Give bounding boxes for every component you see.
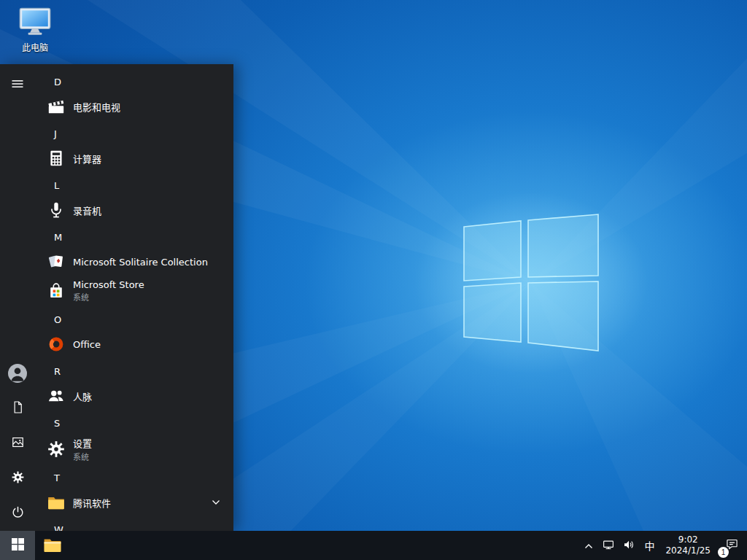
section-letter-w[interactable]: W: [35, 518, 233, 531]
start-menu: D 电影和电视 J: [0, 64, 233, 531]
start-app-people[interactable]: 人脉: [35, 382, 233, 410]
pictures-button[interactable]: [0, 426, 35, 461]
section-letter-label: T: [54, 472, 60, 483]
office-icon: [45, 335, 67, 354]
chevron-up-icon: [584, 540, 593, 551]
account-button[interactable]: [0, 356, 35, 391]
network-button[interactable]: [598, 531, 619, 560]
section-letter-r[interactable]: R: [35, 360, 233, 382]
settings-gear-icon: [45, 440, 67, 459]
file-explorer-folder-icon: [43, 536, 62, 556]
app-label: 腾讯软件: [73, 496, 111, 510]
rail-spacer: [0, 102, 35, 356]
speaker-icon: [622, 538, 635, 553]
section-letter-label: J: [54, 128, 57, 139]
solitaire-icon: [45, 252, 67, 271]
section-letter-l[interactable]: L: [35, 174, 233, 196]
ime-label: 中: [644, 538, 654, 553]
app-label: 设置: [73, 436, 92, 450]
network-ethernet-icon: [602, 538, 615, 553]
app-label: 电影和电视: [73, 100, 120, 114]
gear-icon: [11, 470, 25, 486]
section-letter-label: D: [54, 77, 61, 88]
this-pc-icon: [18, 6, 52, 39]
user-avatar-icon: [8, 364, 27, 383]
app-sublabel: 系统: [73, 451, 92, 462]
taskbar-clock[interactable]: 9:02 2024/1/25: [659, 531, 716, 560]
app-label: Microsoft Store: [73, 279, 144, 290]
notification-badge: 1: [718, 547, 729, 558]
start-menu-rail: [0, 64, 35, 531]
documents-button[interactable]: [0, 391, 35, 426]
desktop-icon-label: 此电脑: [22, 41, 48, 53]
store-icon: [45, 281, 67, 300]
people-icon: [45, 386, 67, 405]
volume-button[interactable]: [619, 531, 639, 560]
show-hidden-icons-button[interactable]: [579, 531, 598, 560]
start-app-settings[interactable]: 设置 系统: [35, 434, 233, 464]
power-icon: [11, 505, 25, 521]
app-label: Office: [73, 339, 101, 350]
document-icon: [11, 400, 25, 416]
app-label: 录音机: [73, 203, 101, 217]
pictures-icon: [11, 435, 25, 451]
action-center-button[interactable]: 1: [716, 531, 747, 560]
section-letter-label: W: [54, 524, 63, 532]
section-letter-j[interactable]: J: [35, 122, 233, 144]
expand-menu-button[interactable]: [0, 67, 35, 102]
section-letter-label: R: [54, 366, 61, 377]
start-app-voice-recorder[interactable]: 录音机: [35, 196, 233, 224]
file-explorer-button[interactable]: [35, 531, 70, 560]
section-letter-label: M: [54, 232, 62, 243]
desktop-icon-this-pc[interactable]: 此电脑: [9, 6, 61, 53]
folder-icon: [45, 493, 67, 512]
desktop: 此电脑: [0, 0, 747, 560]
section-letter-m[interactable]: M: [35, 226, 233, 248]
chevron-down-icon[interactable]: [212, 499, 223, 505]
section-letter-d[interactable]: D: [35, 71, 233, 93]
section-letter-label: S: [54, 418, 60, 429]
clock-date: 2024/1/25: [665, 545, 711, 556]
start-app-movies-tv[interactable]: 电影和电视: [35, 93, 233, 120]
section-letter-s[interactable]: S: [35, 412, 233, 434]
section-letter-o[interactable]: O: [35, 308, 233, 330]
section-letter-t[interactable]: T: [35, 467, 233, 489]
start-app-microsoft-store[interactable]: Microsoft Store 系统: [35, 276, 233, 306]
start-app-calculator[interactable]: 计算器: [35, 144, 233, 172]
system-tray: 中 9:02 2024/1/25 1: [579, 531, 747, 560]
calculator-icon: [45, 149, 67, 168]
start-menu-app-list: D 电影和电视 J: [35, 64, 233, 531]
start-folder-tencent[interactable]: 腾讯软件: [35, 489, 233, 516]
app-label: 人脉: [73, 389, 92, 403]
section-letter-label: L: [54, 180, 59, 191]
windows-logo-icon: [12, 538, 24, 553]
movies-tv-icon: [45, 97, 67, 116]
app-sublabel: 系统: [73, 291, 144, 303]
section-letter-label: O: [54, 314, 61, 325]
app-label: Microsoft Solitaire Collection: [73, 257, 208, 268]
power-button[interactable]: [0, 496, 35, 531]
app-label: 计算器: [73, 152, 101, 166]
clock-time: 9:02: [678, 534, 698, 545]
settings-button[interactable]: [0, 461, 35, 496]
voice-recorder-icon: [45, 201, 67, 219]
start-button[interactable]: [0, 531, 35, 560]
taskbar: 中 9:02 2024/1/25 1: [0, 531, 747, 560]
hamburger-icon: [11, 77, 24, 93]
start-app-solitaire[interactable]: Microsoft Solitaire Collection: [35, 248, 233, 276]
start-app-office[interactable]: Office: [35, 330, 233, 358]
ime-indicator-button[interactable]: 中: [639, 531, 659, 560]
